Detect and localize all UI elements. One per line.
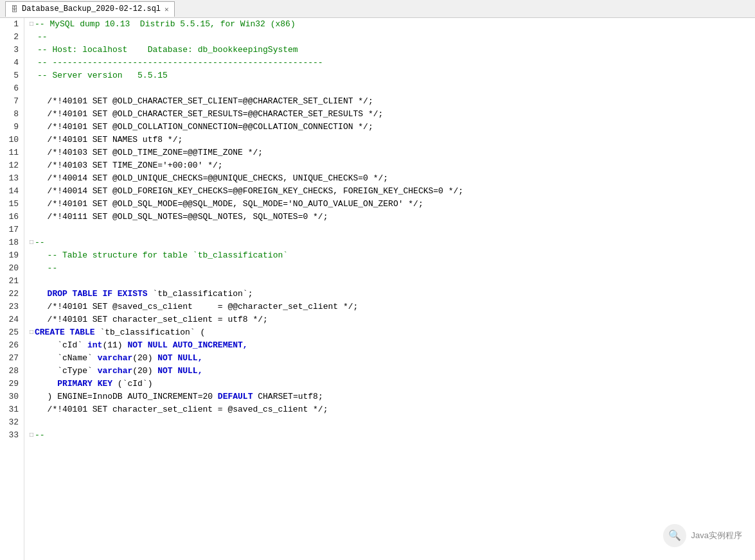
line-number: 9 bbox=[3, 121, 19, 134]
code-token: ; bbox=[248, 288, 253, 301]
fold-marker[interactable]: □ bbox=[30, 326, 33, 339]
code-normal: /*!40101 SET NAMES utf8 */; bbox=[37, 134, 182, 146]
line-number: 24 bbox=[3, 313, 19, 326]
code-normal: /*!40014 SET @OLD_FOREIGN_KEY_CHECKS=@@F… bbox=[37, 185, 463, 198]
code-line: □-- bbox=[30, 429, 755, 442]
line-number: 25 bbox=[3, 326, 19, 339]
line-number: 6 bbox=[3, 82, 19, 95]
code-token: varchar bbox=[98, 352, 133, 365]
code-token: varchar bbox=[98, 365, 133, 378]
code-token: NOT NULL, bbox=[157, 352, 202, 365]
line-number: 33 bbox=[3, 429, 19, 442]
code-line: /*!40111 SET @OLD_SQL_NOTES=@@SQL_NOTES,… bbox=[30, 211, 755, 223]
line-number: 21 bbox=[3, 275, 19, 288]
code-comment: -- Table structure for table `tb_classif… bbox=[37, 249, 288, 262]
code-line: □-- MySQL dump 10.13 Distrib 5.5.15, for… bbox=[30, 18, 755, 31]
code-normal: /*!40103 SET @OLD_TIME_ZONE=@@TIME_ZONE … bbox=[37, 146, 263, 159]
line-number: 10 bbox=[3, 134, 19, 146]
code-normal: /*!40101 SET @OLD_CHARACTER_SET_RESULTS=… bbox=[37, 108, 383, 121]
fold-marker[interactable]: □ bbox=[30, 18, 33, 31]
code-line: /*!40014 SET @OLD_FOREIGN_KEY_CHECKS=@@F… bbox=[30, 185, 755, 198]
code-normal: /*!40111 SET @OLD_SQL_NOTES=@@SQL_NOTES,… bbox=[37, 211, 328, 223]
code-line: -- Server version 5.5.15 bbox=[30, 69, 755, 82]
line-number: 3 bbox=[3, 44, 19, 57]
code-token: NOT NULL AUTO_INCREMENT, bbox=[127, 339, 247, 352]
line-number: 31 bbox=[3, 403, 19, 416]
title-bar: 🗄 Database_Backup_2020-02-12.sql ✕ bbox=[0, 0, 755, 18]
line-number: 23 bbox=[3, 301, 19, 313]
code-token: int bbox=[87, 339, 102, 352]
code-normal: /*!40014 SET @OLD_UNIQUE_CHECKS=@@UNIQUE… bbox=[37, 172, 388, 185]
code-comment: -- -------------------------------------… bbox=[37, 57, 323, 69]
line-number: 1 bbox=[3, 18, 19, 31]
code-comment: -- bbox=[35, 236, 45, 249]
code-normal: /*!40101 SET @OLD_SQL_MODE=@@SQL_MODE, S… bbox=[37, 198, 423, 211]
line-number: 32 bbox=[3, 416, 19, 429]
code-normal: /*!40101 SET character_set_client = utf8… bbox=[37, 313, 268, 326]
code-normal: /*!40101 SET @OLD_COLLATION_CONNECTION=@… bbox=[37, 121, 373, 134]
tab-close[interactable]: ✕ bbox=[164, 5, 169, 13]
line-number: 4 bbox=[3, 57, 19, 69]
code-token: PRIMARY KEY bbox=[57, 378, 118, 390]
fold-marker[interactable]: □ bbox=[30, 429, 33, 442]
line-number: 12 bbox=[3, 159, 19, 172]
line-number: 14 bbox=[3, 185, 19, 198]
code-comment: -- Host: localhost Database: db_bookkeep… bbox=[37, 44, 298, 57]
code-line: /*!40014 SET @OLD_UNIQUE_CHECKS=@@UNIQUE… bbox=[30, 172, 755, 185]
code-token: (11) bbox=[102, 339, 127, 352]
line-numbers: 1234567891011121314151617181920212223242… bbox=[0, 18, 24, 560]
code-token: `tb_classification` bbox=[100, 326, 195, 339]
code-token bbox=[37, 378, 57, 390]
code-line: -- -------------------------------------… bbox=[30, 57, 755, 69]
code-line: /*!40101 SET @OLD_CHARACTER_SET_RESULTS=… bbox=[30, 108, 755, 121]
line-number: 30 bbox=[3, 390, 19, 403]
line-number: 27 bbox=[3, 352, 19, 365]
code-line bbox=[30, 82, 755, 95]
code-line: □-- bbox=[30, 236, 755, 249]
line-number: 8 bbox=[3, 108, 19, 121]
line-number: 28 bbox=[3, 365, 19, 378]
code-line: □CREATE TABLE `tb_classification` ( bbox=[30, 326, 755, 339]
code-token: ( bbox=[195, 326, 206, 339]
line-number: 16 bbox=[3, 211, 19, 223]
tab[interactable]: 🗄 Database_Backup_2020-02-12.sql ✕ bbox=[5, 1, 175, 17]
code-line: /*!40101 SET @OLD_CHARACTER_SET_CLIENT=@… bbox=[30, 95, 755, 108]
line-number: 22 bbox=[3, 288, 19, 301]
code-area: □-- MySQL dump 10.13 Distrib 5.5.15, for… bbox=[24, 18, 755, 560]
code-line: `cName` varchar(20) NOT NULL, bbox=[30, 352, 755, 365]
code-token: (20) bbox=[132, 365, 157, 378]
code-line bbox=[30, 416, 755, 429]
code-line: `cId` int(11) NOT NULL AUTO_INCREMENT, bbox=[30, 339, 755, 352]
line-number: 19 bbox=[3, 249, 19, 262]
line-number: 20 bbox=[3, 262, 19, 275]
code-token: `cType` bbox=[37, 365, 98, 378]
watermark-text: Java实例程序 bbox=[691, 530, 742, 541]
line-number: 26 bbox=[3, 339, 19, 352]
code-comment: -- bbox=[37, 31, 48, 44]
code-normal: /*!40103 SET TIME_ZONE='+00:00' */; bbox=[37, 159, 223, 172]
code-token: `cId` bbox=[37, 339, 87, 352]
code-token: NOT NULL, bbox=[157, 365, 202, 378]
line-number: 13 bbox=[3, 172, 19, 185]
code-line: /*!40101 SET @saved_cs_client = @@charac… bbox=[30, 301, 755, 313]
code-token: ) ENGINE=InnoDB AUTO_INCREMENT=20 bbox=[37, 390, 218, 403]
line-number: 29 bbox=[3, 378, 19, 390]
line-number: 18 bbox=[3, 236, 19, 249]
code-line: /*!40101 SET @OLD_SQL_MODE=@@SQL_MODE, S… bbox=[30, 198, 755, 211]
code-line: /*!40101 SET character_set_client = utf8… bbox=[30, 313, 755, 326]
code-line: ) ENGINE=InnoDB AUTO_INCREMENT=20 DEFAUL… bbox=[30, 390, 755, 403]
code-token: `cName` bbox=[37, 352, 98, 365]
code-line: /*!40101 SET NAMES utf8 */; bbox=[30, 134, 755, 146]
code-line bbox=[30, 275, 755, 288]
code-comment: -- MySQL dump 10.13 Distrib 5.5.15, for … bbox=[35, 18, 296, 31]
code-line: /*!40103 SET TIME_ZONE='+00:00' */; bbox=[30, 159, 755, 172]
line-number: 11 bbox=[3, 146, 19, 159]
code-comment: -- bbox=[35, 429, 45, 442]
code-line: /*!40101 SET character_set_client = @sav… bbox=[30, 403, 755, 416]
code-comment: -- bbox=[37, 262, 57, 275]
tab-icon: 🗄 bbox=[11, 5, 18, 13]
code-line: PRIMARY KEY (`cId`) bbox=[30, 378, 755, 390]
fold-marker[interactable]: □ bbox=[30, 236, 33, 249]
code-token: DEFAULT bbox=[218, 390, 253, 403]
code-line: `cType` varchar(20) NOT NULL, bbox=[30, 365, 755, 378]
